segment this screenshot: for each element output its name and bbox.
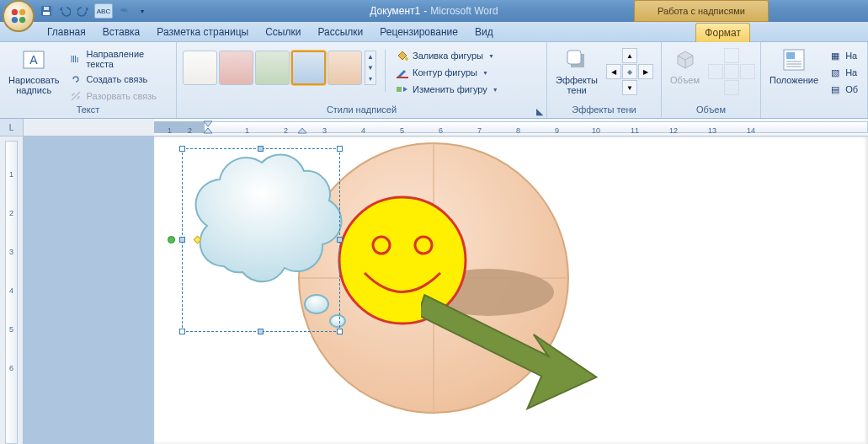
redo-icon[interactable] <box>76 3 91 19</box>
shadow-nudge-pad: ▲ ◀ ◆ ▶ ▼ <box>606 45 653 95</box>
resize-handle-ne[interactable] <box>337 146 343 152</box>
arrow-shape[interactable] <box>421 280 598 415</box>
resize-handle-nw[interactable] <box>179 146 185 152</box>
abc-icon[interactable]: ᴬᴮᶜ <box>116 3 131 19</box>
vertical-ruler[interactable]: 1 2 3 4 5 6 <box>0 136 24 444</box>
text-direction-icon: lllı <box>69 52 83 66</box>
text-direction-button[interactable]: lllı Направление текста <box>67 48 171 70</box>
resize-handle-se[interactable] <box>337 329 343 334</box>
dropdown-caret-icon: ▼ <box>488 53 494 59</box>
style-swatch-3[interactable] <box>255 51 290 85</box>
dropdown-caret-icon: ▼ <box>493 87 498 93</box>
tab-selector[interactable]: L <box>0 119 24 136</box>
office-button[interactable] <box>3 0 35 32</box>
document-name: Документ1 <box>370 5 420 17</box>
textbox-icon: A <box>20 46 47 73</box>
volume-button: Объем <box>667 45 703 87</box>
nudge-right-button[interactable]: ▶ <box>638 64 653 79</box>
wrap-icon: ▤ <box>828 83 842 96</box>
style-swatch-5[interactable] <box>327 51 362 85</box>
tab-page-layout[interactable]: Разметка страницы <box>148 23 257 41</box>
send-back-button[interactable]: ▧На <box>827 65 860 80</box>
group-label-3d: Объем <box>667 104 755 118</box>
change-shape-button[interactable]: Изменить фигуру▼ <box>394 82 500 97</box>
tab-home[interactable]: Главная <box>39 23 94 41</box>
right-indent-icon[interactable] <box>297 127 307 136</box>
undo-icon[interactable] <box>57 3 72 19</box>
pen-icon <box>396 66 409 79</box>
shape-fill-button[interactable]: Заливка фигуры▼ <box>394 48 500 63</box>
resize-handle-sw[interactable] <box>179 329 185 334</box>
resize-handle-e[interactable] <box>337 237 343 243</box>
resize-handle-w[interactable] <box>179 237 185 243</box>
position-button[interactable]: Положение <box>766 45 822 87</box>
svg-point-11 <box>405 57 408 61</box>
nudge-center-button[interactable]: ◆ <box>622 64 637 79</box>
group-label-text: Текст <box>5 104 171 118</box>
bring-front-button[interactable]: ▦На <box>827 48 860 63</box>
tab-references[interactable]: Ссылки <box>257 23 309 41</box>
window-title: Документ1 - Microsoft Word <box>370 5 498 17</box>
style-gallery[interactable]: ▲ ▼ ▾ <box>182 45 376 86</box>
nudge-up-button[interactable]: ▲ <box>622 48 637 63</box>
bucket-icon <box>396 49 409 62</box>
ribbon-tabs: Главная Вставка Разметка страницы Ссылки… <box>0 22 868 42</box>
break-link-button: Разорвать связь <box>67 88 171 104</box>
save-icon[interactable] <box>39 3 54 19</box>
group-shadow: Эффекты тени ▲ ◀ ◆ ▶ ▼ Эффекты тени <box>547 42 662 118</box>
cube-icon <box>672 46 699 73</box>
svg-text:lllı: lllı <box>71 55 78 64</box>
shadow-effects-button[interactable]: Эффекты тени <box>552 45 601 97</box>
chevron-down-icon[interactable]: ▼ <box>365 62 375 73</box>
resize-handle-s[interactable] <box>258 329 264 334</box>
chevron-up-icon[interactable]: ▲ <box>365 51 375 62</box>
svg-rect-6 <box>44 7 49 10</box>
style-gallery-scroll[interactable]: ▲ ▼ ▾ <box>365 51 376 85</box>
change-shape-icon <box>396 83 409 96</box>
contextual-tab-title: Работа с надписями <box>634 0 769 22</box>
wrap-text-button[interactable]: ▤Об <box>827 82 860 97</box>
dialog-launcher-icon[interactable]: ◣ <box>534 105 545 117</box>
rotation-handle[interactable] <box>168 236 175 243</box>
horizontal-ruler[interactable]: 1 2 1 2 3 4 5 6 7 8 9 10 11 12 13 14 <box>154 119 868 136</box>
title-bar: ABC ᴬᴮᶜ ▾ Документ1 - Microsoft Word Раб… <box>0 0 868 22</box>
style-swatch-1[interactable] <box>183 51 217 85</box>
group-styles: ▲ ▼ ▾ Заливка фигуры▼ Контур фигуры▼ Изм… <box>177 42 547 118</box>
create-link-button[interactable]: Создать связь <box>67 72 171 87</box>
adjustment-handle[interactable] <box>194 236 202 244</box>
svg-rect-15 <box>567 51 581 64</box>
resize-handle-n[interactable] <box>258 146 264 152</box>
break-link-icon <box>69 89 83 103</box>
group-label-styles: Стили надписей <box>182 104 541 118</box>
group-arrange: Положение ▦На ▧На ▤Об <box>761 42 868 118</box>
abc-check-icon[interactable]: ABC <box>94 3 113 19</box>
tab-view[interactable]: Вид <box>466 23 502 41</box>
svg-point-3 <box>19 17 25 23</box>
app-name: Microsoft Word <box>430 5 498 17</box>
tab-insert[interactable]: Вставка <box>94 23 149 41</box>
shape-outline-button[interactable]: Контур фигуры▼ <box>394 65 500 80</box>
3d-nudge-pad <box>708 45 755 95</box>
nudge-left-button[interactable]: ◀ <box>606 64 621 79</box>
horizontal-ruler-bar: L 1 2 1 2 3 4 5 6 7 8 9 10 11 12 13 14 <box>0 119 868 136</box>
style-swatch-4[interactable] <box>291 51 326 85</box>
nudge-down-button[interactable]: ▼ <box>622 80 637 95</box>
svg-point-1 <box>19 9 25 15</box>
document-background <box>24 136 154 444</box>
selection-box[interactable] <box>182 148 340 332</box>
dropdown-caret-icon: ▼ <box>482 70 488 76</box>
hanging-indent-icon[interactable] <box>203 127 213 136</box>
qat-customize-icon[interactable]: ▾ <box>135 3 150 19</box>
quick-access-toolbar: ABC ᴬᴮᶜ ▾ <box>39 0 150 22</box>
tab-format[interactable]: Формат <box>695 23 750 42</box>
group-text: A Нарисовать надпись lllı Направление те… <box>0 42 177 118</box>
svg-rect-13 <box>397 87 402 92</box>
ribbon: A Нарисовать надпись lllı Направление те… <box>0 42 868 119</box>
draw-textbox-button[interactable]: A Нарисовать надпись <box>5 45 62 97</box>
style-swatch-2[interactable] <box>219 51 253 85</box>
shadow-icon <box>563 46 590 73</box>
document-page[interactable] <box>154 136 868 444</box>
more-icon[interactable]: ▾ <box>365 73 375 84</box>
tab-mailings[interactable]: Рассылки <box>309 23 371 41</box>
tab-review[interactable]: Рецензирование <box>371 23 466 41</box>
